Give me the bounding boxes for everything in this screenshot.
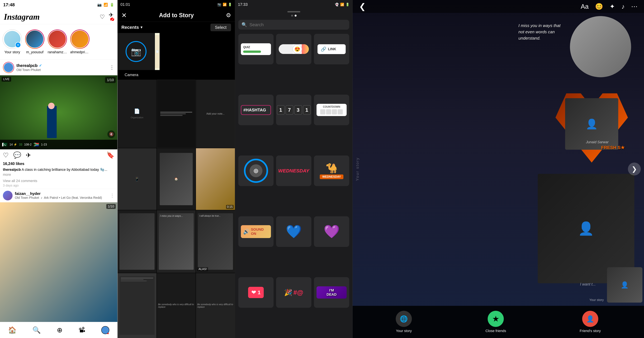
post2-counter: 1/10 <box>106 204 116 209</box>
ats-settings-icon[interactable]: ⚙ <box>226 12 231 19</box>
comment-more-icon[interactable]: ⋮ <box>110 193 114 198</box>
effects-tool[interactable]: ✦ <box>610 3 615 10</box>
ats-thumb-2[interactable] <box>160 33 160 70</box>
sticker-heart-purple[interactable]: 💜 <box>314 216 349 247</box>
sticker-like-counter[interactable]: ❤ 1 <box>238 277 274 308</box>
emoji-tool[interactable]: 😊 <box>595 3 603 10</box>
ats-thumb-7[interactable]: 🏠 <box>157 148 196 210</box>
sticker-quiz[interactable]: QUIZ <box>238 34 274 64</box>
nav-search[interactable]: 🔍 <box>32 326 41 334</box>
messages-icon[interactable]: ✈ 2 <box>109 12 114 22</box>
m_yoousuf-avatar <box>26 30 44 48</box>
your-story-thumb: 👤 <box>607 267 642 302</box>
status-icons: 📷 📶 🔋 <box>97 3 114 7</box>
close-friends-bottom-label: Close friends <box>486 329 506 333</box>
friends-story-bottom-label: Friend's story <box>580 329 601 333</box>
sticker-add-ring[interactable]: ⊕ <box>238 156 274 186</box>
sticker-hashtag[interactable]: #HASHTAG <box>238 95 274 125</box>
nav-add[interactable]: ⊕ <box>57 326 62 334</box>
ats-signal-icon: 📶 <box>223 2 227 6</box>
sticker-grunge-hash[interactable]: 🎉 #@ <box>276 277 311 308</box>
notification-badge: 2 <box>110 18 114 21</box>
heart-icon[interactable]: ♡ <box>100 14 105 20</box>
ats-thumb-5[interactable]: Add your note... <box>196 80 235 148</box>
post-username[interactable]: therealpcb ✓ <box>16 63 107 68</box>
your-story-icon: 🌐 <box>396 311 412 327</box>
comment-sub: Old Town Phuket ♪ Ark Patrol • Let Go (f… <box>15 196 108 200</box>
ats-thumb-11[interactable]: I will always be true... ALAS! <box>196 210 235 273</box>
sticker-camel[interactable]: 🐪 WEDNESDAY <box>314 156 349 186</box>
ats-thumb-14[interactable]: Be somebody who is very difficult to rep… <box>196 273 235 338</box>
search-input[interactable] <box>250 22 346 27</box>
music-tool[interactable]: ♪ <box>622 3 625 10</box>
commenter-username[interactable]: faizan__hyder <box>15 191 108 196</box>
camel-badge: WEDNESDAY <box>320 174 344 179</box>
commenter-location: Old Town Phuket <box>15 196 39 200</box>
nav-profile[interactable] <box>101 326 109 334</box>
save-button[interactable]: 🔖 <box>106 151 114 159</box>
story-heart-card: 👤 <box>556 93 628 162</box>
story-close-friends-button[interactable]: ★ Close friends <box>486 311 506 333</box>
text-tool[interactable]: Aa <box>581 3 588 10</box>
sticker-imdead[interactable]: I'MDEAD <box>314 277 349 308</box>
story-your-story-button[interactable]: 🌐 Your story <box>396 311 412 333</box>
caption-username[interactable]: therealpcb <box>3 168 21 172</box>
ats-thumb-8[interactable]: 0:15 <box>196 148 235 210</box>
ahmedpriocias-avatar-wrap <box>70 30 90 49</box>
camera-icon: 📷 <box>126 41 146 62</box>
story-back-button[interactable]: ❮ <box>359 2 366 11</box>
story-friends-story-button[interactable]: 👤 Friend's story <box>580 311 601 333</box>
ats-thumb-3[interactable]: 📄Organization <box>118 80 156 148</box>
ats-camera-status-icon: 📷 <box>217 2 222 6</box>
instagram-feed-panel: 17:48 📷 📶 🔋 Instagram ♡ ✈ 2 + Yo <box>0 0 118 338</box>
ranahamzasaif-avatar <box>48 30 66 48</box>
ahmedpriocias-avatar <box>71 30 89 48</box>
story-next-button[interactable]: ❯ <box>628 162 641 176</box>
ats-thumb-4[interactable] <box>157 80 196 148</box>
sticker-poll[interactable]: 😍 <box>276 34 311 64</box>
ats-thumb-10[interactable]: I miss you in ways... <box>157 210 196 273</box>
camera-label: Camera <box>121 71 142 79</box>
nav-home[interactable]: 🏠 <box>8 326 16 334</box>
story-item-m_yoousuf[interactable]: m_yoousuf <box>25 30 44 54</box>
video-duration: 0:15 <box>226 205 234 209</box>
ats-camera-cell[interactable]: 📷 <box>118 33 154 70</box>
ats-close-button[interactable]: ✕ <box>122 12 127 19</box>
sticker-countdown[interactable]: COUNTDOWN <box>314 95 349 125</box>
like-button[interactable]: ♡ <box>3 152 9 159</box>
sticker-wednesday-text[interactable]: WEDNESDAY <box>276 156 311 186</box>
story-item-yours[interactable]: + Your story <box>2 30 22 54</box>
share-button[interactable]: ✈ <box>26 152 31 159</box>
commenter-song: Ark Patrol • Let Go (feat. Veronika Redd… <box>44 196 102 200</box>
ats-thumb-12[interactable] <box>118 273 156 338</box>
ats-thumb-13[interactable]: Be somebody who is very difficult to rep… <box>157 273 196 338</box>
view-comments[interactable]: View all 24 comments <box>0 178 117 183</box>
story-item-ranahamzasaif[interactable]: ranahamzasaif <box>48 30 67 54</box>
story-dark-photo: 👤 <box>538 174 634 283</box>
sticker-search-bar[interactable]: 🔍 <box>238 20 349 30</box>
caption-more[interactable]: more <box>3 172 11 176</box>
nav-reels[interactable]: 📽 <box>78 326 85 334</box>
add-story-plus[interactable]: + <box>15 42 21 48</box>
more-tool[interactable]: ⋯ <box>631 3 638 10</box>
sticker-flip-clock[interactable]: 1 7 3 1 <box>276 95 311 125</box>
ats-recents-label: Recents ▾ <box>122 25 142 30</box>
sticker-heart-blue[interactable]: 💙 <box>276 216 311 247</box>
verified-badge: ✓ <box>39 64 42 68</box>
sticker-sound-on[interactable]: 🔊 SOUNDON <box>238 216 274 247</box>
volume-button[interactable]: 🔇 <box>108 130 115 138</box>
ig-logo: Instagram <box>4 12 40 22</box>
ats-select-button[interactable]: Select <box>210 24 231 31</box>
sticker-link[interactable]: 🔗 LINK <box>314 34 349 64</box>
ats-status-time: 01:01 <box>120 2 130 7</box>
ats-thumb-6[interactable]: 📱 <box>118 148 156 210</box>
ats-thumb-1[interactable]: 📄 <box>155 33 160 70</box>
post-user-info: therealpcb ✓ Old Town Phuket <box>16 63 107 72</box>
ats-thumb-9[interactable] <box>118 210 156 273</box>
post-time: 3 days ago <box>0 183 117 189</box>
comment-button[interactable]: 💬 <box>13 151 21 159</box>
story-item-ahmedpriocias[interactable]: ahmedpriocias <box>70 30 90 54</box>
bottom-nav: 🏠 🔍 ⊕ 📽 <box>0 322 117 338</box>
post-more-icon[interactable]: ⋮ <box>109 64 114 70</box>
story-view-panel: ❮ Aa 😊 ✦ ♪ ⋯ Your story I miss you in wa… <box>352 0 644 338</box>
